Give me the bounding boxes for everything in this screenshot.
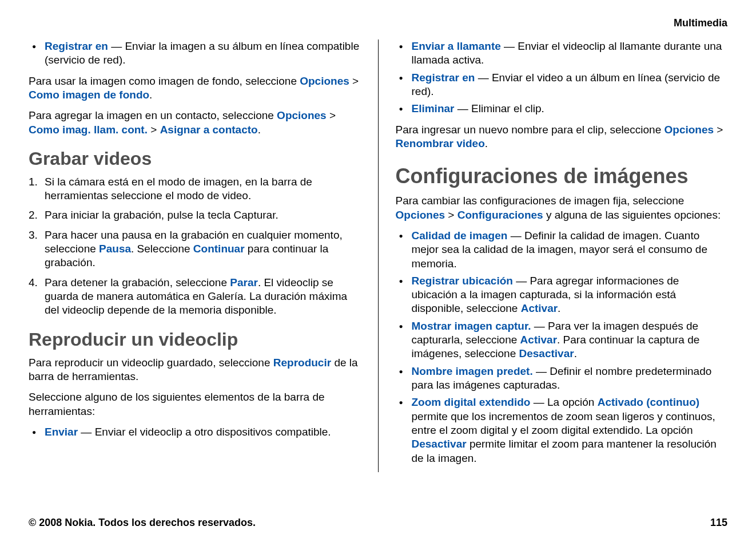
kw-renombrar-video: Renombrar video xyxy=(396,137,485,149)
steps-list: Si la cámara está en el modo de imagen, … xyxy=(29,175,361,318)
list-item: Nombre imagen predet. — Definir el nombr… xyxy=(396,365,728,393)
kw-desactivar: Desactivar xyxy=(412,438,467,450)
list-item: Mostrar imagen captur. — Para ver la ima… xyxy=(396,319,728,361)
list-item: Zoom digital extendido — La opción Activ… xyxy=(396,395,728,465)
list-item: Para iniciar la grabación, pulse la tecl… xyxy=(29,208,361,222)
copyright: © 2008 Nokia. Todos los derechos reserva… xyxy=(29,517,256,529)
kw-opciones: Opciones xyxy=(665,124,714,136)
kw-activado-continuo: Activado (continuo) xyxy=(598,396,699,408)
term-zoom-digital: Zoom digital extendido xyxy=(412,396,531,408)
list-item: Para hacer una pausa en la grabación en … xyxy=(29,228,361,270)
page-footer: © 2008 Nokia. Todos los derechos reserva… xyxy=(29,517,727,529)
term-enviar: Enviar xyxy=(45,426,78,438)
kw-pausa: Pausa xyxy=(99,243,131,255)
kw-como-imag-llam: Como imag. llam. cont. xyxy=(29,124,148,136)
kw-opciones: Opciones xyxy=(396,209,445,221)
heading-grabar-videos: Grabar videos xyxy=(29,147,361,171)
toolbar-bullets-left: Enviar — Enviar el videoclip a otro disp… xyxy=(29,425,361,439)
list-item: Enviar a llamante — Enviar el videoclip … xyxy=(396,39,728,68)
heading-reproducir: Reproducir un videoclip xyxy=(29,328,361,351)
config-bullets: Calidad de imagen — Definir la calidad d… xyxy=(396,229,728,465)
term-eliminar: Eliminar xyxy=(412,102,455,114)
kw-opciones: Opciones xyxy=(277,109,327,121)
list-item: Enviar — Enviar el videoclip a otro disp… xyxy=(29,425,361,439)
list-item: Para detener la grabación, seleccione Pa… xyxy=(29,276,361,318)
page-header: Multimedia xyxy=(29,17,727,29)
content-columns: Registrar en — Enviar la imagen a su álb… xyxy=(29,39,727,472)
para-config-intro: Para cambiar las configuraciones de imag… xyxy=(396,194,728,222)
para-reproducir: Para reproducir un videoclip guardado, s… xyxy=(29,356,361,384)
para-fondo: Para usar la imagen como imagen de fondo… xyxy=(29,74,361,102)
desc: — Eliminar el clip. xyxy=(454,102,544,114)
toolbar-bullets-right: Enviar a llamante — Enviar el videoclip … xyxy=(396,39,728,116)
list-item: Calidad de imagen — Definir la calidad d… xyxy=(396,229,728,271)
page-number: 115 xyxy=(710,517,727,529)
kw-configuraciones: Configuraciones xyxy=(457,209,543,221)
term-registrar-en: Registrar en xyxy=(45,40,108,52)
kw-continuar: Continuar xyxy=(193,243,245,255)
para-seleccione: Seleccione alguno de los siguientes elem… xyxy=(29,390,361,418)
intro-bullet-list: Registrar en — Enviar la imagen a su álb… xyxy=(29,39,361,68)
list-item: Registrar ubicación — Para agregar infor… xyxy=(396,274,728,316)
right-column: Enviar a llamante — Enviar el videoclip … xyxy=(379,39,728,472)
para-contacto: Para agregar la imagen en un contacto, s… xyxy=(29,109,361,137)
term-enviar-llamante: Enviar a llamante xyxy=(412,40,501,52)
kw-activar: Activar xyxy=(521,302,558,314)
list-item: Registrar en — Enviar el video a un álbu… xyxy=(396,71,728,99)
heading-configuraciones: Configuraciones de imágenes xyxy=(396,163,728,189)
left-column: Registrar en — Enviar la imagen a su álb… xyxy=(29,39,379,472)
desc: — Enviar el videoclip a otro dispositivo… xyxy=(78,426,331,438)
para-renombrar: Para ingresar un nuevo nombre para el cl… xyxy=(396,123,728,151)
kw-activar: Activar xyxy=(520,334,557,346)
kw-reproducir: Reproducir xyxy=(273,357,331,369)
kw-parar: Parar xyxy=(230,276,258,288)
list-item: Registrar en — Enviar la imagen a su álb… xyxy=(29,39,361,68)
term-nombre-imagen: Nombre imagen predet. xyxy=(412,365,533,377)
list-item: Si la cámara está en el modo de imagen, … xyxy=(29,175,361,203)
term-mostrar-imagen: Mostrar imagen captur. xyxy=(412,320,531,332)
kw-desactivar: Desactivar xyxy=(519,347,574,359)
term-registrar-ubicacion: Registrar ubicación xyxy=(412,275,513,287)
list-item: Eliminar — Eliminar el clip. xyxy=(396,102,728,116)
term-calidad-imagen: Calidad de imagen xyxy=(412,230,508,242)
term-registrar-en: Registrar en xyxy=(412,72,475,84)
header-title: Multimedia xyxy=(674,17,727,29)
kw-como-imagen-fondo: Como imagen de fondo xyxy=(29,89,149,101)
kw-opciones: Opciones xyxy=(300,75,349,87)
kw-asignar-contacto: Asignar a contacto xyxy=(160,124,258,136)
